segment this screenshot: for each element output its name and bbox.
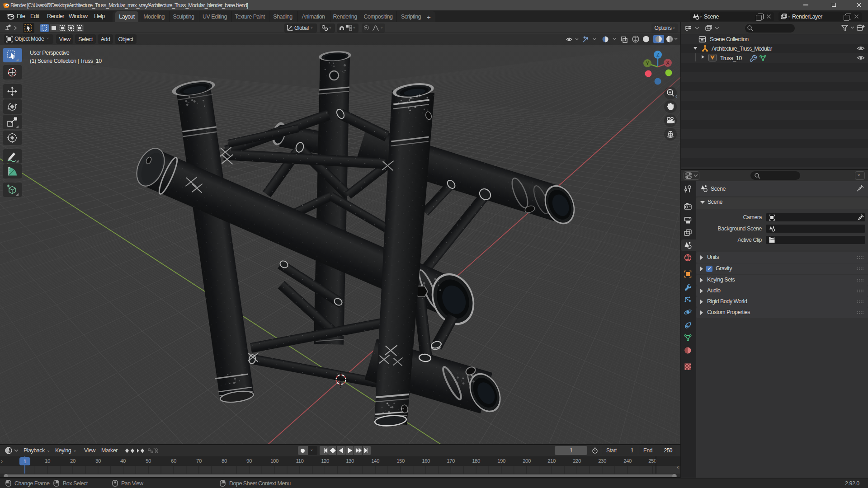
svg-text:X: X: [666, 60, 670, 66]
svg-text:Z: Z: [656, 52, 660, 57]
svg-text:Y: Y: [646, 61, 650, 66]
